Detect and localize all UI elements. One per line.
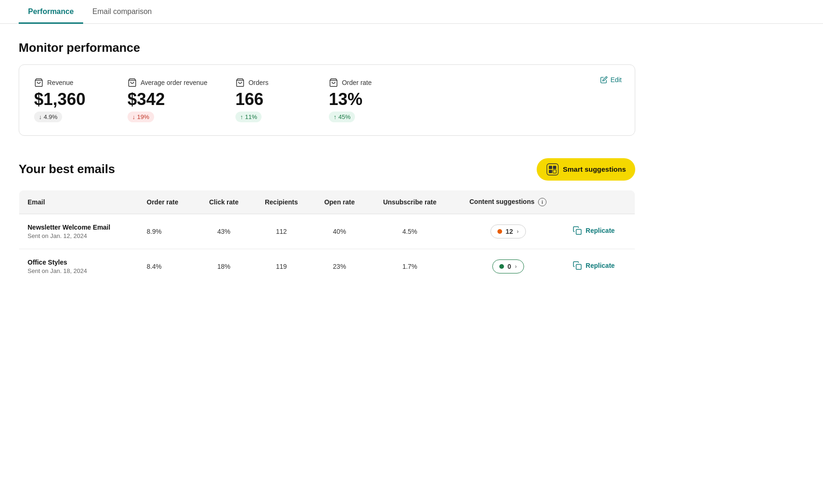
main-content: Monitor performance Revenue $1,360 ↓ 4.9… <box>0 24 654 301</box>
unsubscribe-rate-cell-1: 4.5% <box>368 214 452 249</box>
cart-icon-orders <box>235 78 245 87</box>
svg-rect-8 <box>553 169 556 173</box>
metric-order-rate: Order rate 13% ↑ 45% <box>329 78 394 122</box>
arrow-up-icon-order-rate: ↑ <box>333 113 337 120</box>
replicate-icon-1 <box>573 226 582 235</box>
svg-rect-6 <box>553 166 556 169</box>
col-header-email: Email <box>19 190 139 214</box>
arrow-up-icon-orders: ↑ <box>240 113 243 120</box>
metric-avg-label: Average order revenue <box>141 79 207 86</box>
metric-order-rate-value: 13% <box>329 90 394 109</box>
replicate-cell-2: Replicate <box>564 249 635 284</box>
col-header-unsubscribe-rate: Unsubscribe rate <box>368 190 452 214</box>
col-header-click-rate: Click rate <box>196 190 251 214</box>
best-emails-title: Your best emails <box>19 162 115 176</box>
suggestions-count-1: 12 <box>506 228 513 235</box>
click-rate-cell-2: 18% <box>196 249 251 284</box>
metric-order-rate-change: ↑ 45% <box>329 112 355 122</box>
replicate-button-2[interactable]: Replicate <box>573 261 615 270</box>
col-header-content-suggestions: Content suggestions i <box>452 190 564 214</box>
content-suggestions-cell-1: 12 › <box>452 214 564 249</box>
cart-icon-order-rate <box>329 78 338 87</box>
metric-orders-value: 166 <box>235 90 301 109</box>
chevron-right-icon-2: › <box>515 263 517 270</box>
metric-avg-label-row: Average order revenue <box>128 78 207 87</box>
col-header-recipients: Recipients <box>252 190 312 214</box>
dot-green-icon <box>499 264 504 269</box>
tab-email-comparison[interactable]: Email comparison <box>83 0 161 24</box>
svg-rect-9 <box>576 230 581 235</box>
best-emails-header: Your best emails Smart suggestions <box>19 158 635 181</box>
metric-avg-order-revenue: Average order revenue $342 ↓ 19% <box>128 78 207 122</box>
svg-rect-10 <box>576 265 581 270</box>
cart-icon-revenue <box>34 78 43 87</box>
cart-icon-avg <box>128 78 137 87</box>
col-header-open-rate: Open rate <box>311 190 368 214</box>
metric-order-rate-label-row: Order rate <box>329 78 394 87</box>
recipients-cell-2: 119 <box>252 249 312 284</box>
dot-orange-icon <box>497 229 502 234</box>
chevron-right-icon-1: › <box>517 228 518 235</box>
svg-rect-4 <box>547 163 559 175</box>
email-date-1: Sent on Jan. 12, 2024 <box>28 232 130 239</box>
metric-orders-label-row: Orders <box>235 78 301 87</box>
metric-orders-label: Orders <box>248 79 269 86</box>
smart-suggestions-button[interactable]: Smart suggestions <box>537 158 635 181</box>
edit-icon <box>600 76 608 84</box>
metrics-card: Revenue $1,360 ↓ 4.9% Average order reve… <box>19 64 635 136</box>
smart-suggestions-icon <box>546 163 559 176</box>
table-row: Office Styles Sent on Jan. 18, 2024 8.4%… <box>19 249 635 284</box>
replicate-label-1: Replicate <box>586 227 615 234</box>
email-cell-2: Office Styles Sent on Jan. 18, 2024 <box>19 249 139 284</box>
smart-suggestions-label: Smart suggestions <box>563 165 626 173</box>
order-rate-cell-2: 8.4% <box>138 249 196 284</box>
arrow-down-icon: ↓ <box>39 113 42 120</box>
metric-orders-change: ↑ 11% <box>235 112 262 122</box>
replicate-cell-1: Replicate <box>564 214 635 249</box>
tabs-container: Performance Email comparison <box>0 0 823 24</box>
metric-avg-value: $342 <box>128 90 207 109</box>
click-rate-cell-1: 43% <box>196 214 251 249</box>
content-badge-1[interactable]: 12 › <box>490 224 526 238</box>
col-header-actions <box>564 190 635 214</box>
content-suggestions-cell-2: 0 › <box>452 249 564 284</box>
open-rate-cell-1: 40% <box>311 214 368 249</box>
table-row: Newsletter Welcome Email Sent on Jan. 12… <box>19 214 635 249</box>
edit-button[interactable]: Edit <box>600 76 622 84</box>
email-name-1: Newsletter Welcome Email <box>28 224 130 231</box>
info-icon[interactable]: i <box>538 198 546 206</box>
replicate-icon-2 <box>573 261 582 270</box>
metric-revenue-change: ↓ 4.9% <box>34 112 62 122</box>
email-table: Email Order rate Click rate Recipients O… <box>19 190 635 284</box>
metric-revenue: Revenue $1,360 ↓ 4.9% <box>34 78 99 122</box>
replicate-label-2: Replicate <box>586 262 615 269</box>
metric-revenue-label-row: Revenue <box>34 78 99 87</box>
tab-performance[interactable]: Performance <box>19 0 83 24</box>
suggestions-count-2: 0 <box>508 263 511 270</box>
email-name-2: Office Styles <box>28 259 130 266</box>
metric-revenue-label: Revenue <box>47 79 73 86</box>
metric-orders: Orders 166 ↑ 11% <box>235 78 301 122</box>
metric-order-rate-label: Order rate <box>342 79 372 86</box>
email-cell-1: Newsletter Welcome Email Sent on Jan. 12… <box>19 214 139 249</box>
open-rate-cell-2: 23% <box>311 249 368 284</box>
email-date-2: Sent on Jan. 18, 2024 <box>28 267 130 274</box>
edit-label: Edit <box>610 76 622 84</box>
order-rate-cell-1: 8.9% <box>138 214 196 249</box>
content-badge-2[interactable]: 0 › <box>492 259 524 273</box>
metric-revenue-value: $1,360 <box>34 90 99 109</box>
replicate-button-1[interactable]: Replicate <box>573 226 615 235</box>
metric-avg-change: ↓ 19% <box>128 112 154 122</box>
col-header-order-rate: Order rate <box>138 190 196 214</box>
recipients-cell-1: 112 <box>252 214 312 249</box>
svg-rect-5 <box>549 166 552 169</box>
table-header-row: Email Order rate Click rate Recipients O… <box>19 190 635 214</box>
unsubscribe-rate-cell-2: 1.7% <box>368 249 452 284</box>
arrow-down-red-icon: ↓ <box>132 113 135 120</box>
svg-rect-7 <box>549 169 552 173</box>
page-title: Monitor performance <box>19 41 635 55</box>
